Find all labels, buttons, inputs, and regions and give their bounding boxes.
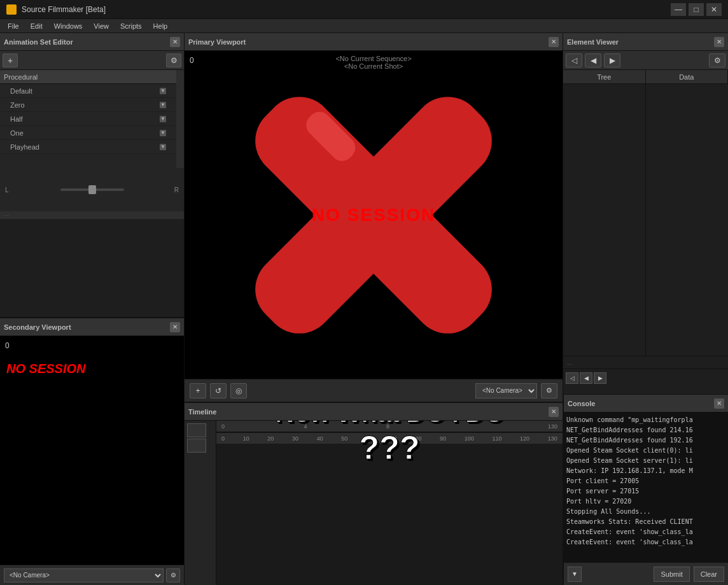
ase-settings-button[interactable]: ⚙ [166,53,181,67]
primary-viewport: Primary Viewport ✕ 0 <No Current Sequenc… [185,33,563,402]
timeline-panel: Timeline ✕ 0 [185,402,563,585]
ev-left-button[interactable]: ◀ [585,53,601,67]
console-line: Steamworks Stats: Received CLIENT [566,517,725,527]
primary-viewport-close-button[interactable]: ✕ [549,37,559,47]
item-one-arrow: ▼ [160,130,166,136]
secondary-settings-button[interactable]: ⚙ [166,568,180,582]
right-panel-layout: Element Viewer ✕ ◁ ◀ ▶ ⚙ Tree Data [563,33,728,585]
menu-file[interactable]: File [3,21,24,31]
no-session-secondary-text: NO SESSION [6,362,85,376]
main-layout: Animation Set Editor ✕ + ⚙ Procedural De… [0,33,728,585]
menu-edit[interactable]: Edit [25,21,48,31]
secondary-viewport-title: Secondary Viewport [4,323,71,331]
secondary-camera-select[interactable]: <No Camera> [4,568,164,582]
ev-back-button[interactable]: ◁ [566,53,582,67]
menu-view[interactable]: View [88,21,114,31]
procedural-label: Procedural [4,73,38,81]
menubar: File Edit Windows View Scripts Help [0,19,728,33]
timeline-ctrl-1[interactable] [187,423,206,437]
item-zero-label: Zero [10,101,25,109]
console-dropdown-button[interactable]: ▼ [568,567,582,582]
ase-content: Procedural Default ▼ Zero ▼ Half ▼ [0,70,184,168]
item-half-arrow: ▼ [160,116,166,122]
ase-close-button[interactable]: ✕ [170,37,180,47]
secondary-viewport-header: Secondary Viewport ✕ [0,318,184,336]
menu-help[interactable]: Help [148,21,173,31]
procedural-item-one[interactable]: One ▼ [0,126,176,140]
console-bottom-bar: ▼ Submit Clear [564,562,728,585]
secondary-viewport-close-button[interactable]: ✕ [170,322,180,332]
console-clear-button[interactable]: Clear [694,567,724,582]
procedural-item-zero[interactable]: Zero ▼ [0,98,176,112]
element-viewer-close-button[interactable]: ✕ [714,37,724,47]
console-line: Opened Steam Socket server(1): li [566,456,725,466]
ev-column-headers: Tree Data [563,70,728,84]
br-90: 90 [440,435,446,442]
close-button[interactable]: ✕ [706,3,722,16]
ev-bottom-btn-3[interactable]: ▶ [594,372,606,384]
primary-viewport-header: Primary Viewport ✕ [185,33,563,51]
primary-viewport-content: 0 <No Current Sequence> <No Current Shot… [185,51,563,379]
item-one-label: One [10,129,24,137]
minimize-button[interactable]: — [671,3,686,16]
console-line: Port client = 27005 [566,476,725,486]
br-40: 40 [317,435,323,442]
right-panel: Element Viewer ✕ ◁ ◀ ▶ ⚙ Tree Data [563,33,728,585]
procedural-item-half[interactable]: Half ▼ [0,112,176,126]
procedural-item-default[interactable]: Default ▼ [0,84,176,98]
pv-refresh-button[interactable]: ↺ [210,383,227,398]
console-submit-button[interactable]: Submit [654,567,689,582]
maximize-button[interactable]: □ [689,3,704,16]
console-line: Opened Steam Socket client(0): li [566,446,725,456]
left-panel: Animation Set Editor ✕ + ⚙ Procedural De… [0,33,185,585]
br-110: 110 [492,435,501,442]
pv-add-button[interactable]: + [190,383,206,398]
console-line: NET_GetBindAddresses found 214.16 [566,425,725,435]
no-session-x-container: NO SESSION [185,51,563,379]
console-close-button[interactable]: ✕ [714,398,724,409]
slider-thumb[interactable] [88,185,96,194]
ase-header: Animation Set Editor ✕ [0,33,184,51]
console-title: Console [568,400,595,407]
animation-set-editor: Animation Set Editor ✕ + ⚙ Procedural De… [0,33,184,318]
ev-main [563,84,728,356]
secondary-counter: 0 [5,341,10,350]
ev-bottom-btn-2[interactable]: ◀ [580,372,592,384]
ev-dots-separator: ... [563,356,728,369]
ev-settings-button[interactable]: ⚙ [709,53,725,67]
ase-add-button[interactable]: + [3,53,18,67]
element-viewer-title: Element Viewer [567,38,619,46]
br-120: 120 [520,435,529,442]
no-session-primary-text: NO SESSION [312,205,435,225]
menu-scripts[interactable]: Scripts [115,21,147,31]
ase-scrollbar-horizontal[interactable]: ··· [0,211,184,219]
timeline-question-text: Now What DO I DO [275,421,504,428]
pv-circle-button[interactable]: ◎ [230,383,247,398]
ase-slider-area: L R [0,168,184,211]
timeline-ctrl-2[interactable] [187,439,206,453]
console-line: Network: IP 192.168.137.1, mode M [566,466,725,476]
timeline-close-button[interactable]: ✕ [549,407,559,417]
console-line: CreateEvent: event 'show_class_la [566,527,725,537]
timeline-header: Timeline ✕ [185,403,563,421]
ase-list: Procedural Default ▼ Zero ▼ Half ▼ [0,70,176,168]
ev-tree-panel [563,84,646,356]
procedural-item-playhead[interactable]: Playhead ▼ [0,140,176,154]
ev-right-button[interactable]: ▶ [604,53,620,67]
slider-left-label: L [5,187,9,194]
timeline-main: 0 4 8 130 Now What DO I DO ??? [216,421,563,585]
primary-camera-select[interactable]: <No Camera> [475,383,537,398]
ase-scroll-dots: ··· [0,212,13,219]
console-content: Unknown command "mp_waitingforplaNET_Get… [564,412,728,562]
br-10: 10 [243,435,249,442]
br-0: 0 [221,435,225,442]
br-30: 30 [292,435,298,442]
menu-windows[interactable]: Windows [49,21,88,31]
ev-content: Tree Data ... ◁ ◀ ▶ [563,70,728,394]
primary-settings-button[interactable]: ⚙ [541,383,557,398]
ase-scrollbar-vertical[interactable] [176,70,184,168]
ruler-mark-130: 130 [548,423,557,430]
ev-bottom-btn-1[interactable]: ◁ [566,372,578,384]
br-20: 20 [267,435,274,442]
slider-track[interactable] [60,188,124,191]
